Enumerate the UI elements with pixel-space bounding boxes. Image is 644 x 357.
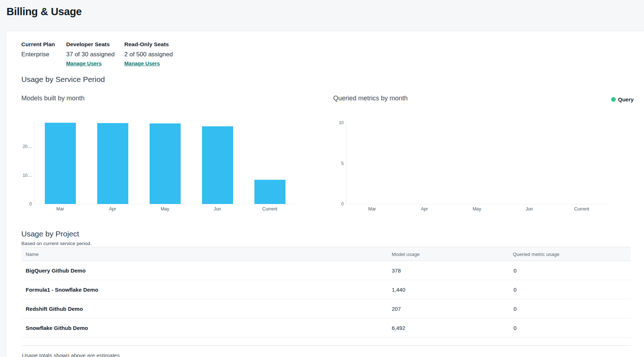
bar-current[interactable] bbox=[254, 180, 285, 204]
plan-column-label: Current Plan bbox=[21, 41, 66, 48]
project-name-cell: Snowflake Github Demo bbox=[26, 325, 88, 331]
query-legend-dot-icon bbox=[611, 97, 616, 102]
x-tick-label: Jun bbox=[513, 206, 546, 212]
x-tick-label: Apr bbox=[408, 206, 441, 212]
project-name-cell: Formula1 - Snowflake Demo bbox=[26, 287, 98, 293]
query-legend-label: Query bbox=[618, 96, 634, 103]
usage-by-project-table: Name Model usage Queried metric usage Bi… bbox=[21, 247, 631, 346]
plan-column-value: 2 of 500 assigned bbox=[124, 51, 173, 58]
bar-may[interactable] bbox=[150, 123, 181, 204]
column-header-name: Name bbox=[26, 252, 39, 257]
x-axis-line bbox=[34, 204, 296, 204]
bar-jun[interactable] bbox=[202, 126, 233, 204]
y-tick-label: 0 bbox=[323, 201, 344, 206]
y-tick-label: 10 bbox=[323, 120, 344, 125]
table-empty-row bbox=[21, 338, 631, 346]
usage-by-service-period-title: Usage by Service Period bbox=[21, 75, 105, 84]
y-axis-line bbox=[34, 123, 34, 204]
usage-footnote: Usage totals shown above are estimates bbox=[22, 352, 120, 357]
plan-column-label: Developer Seats bbox=[66, 41, 124, 48]
column-header-queried-metric-usage: Queried metric usage bbox=[513, 252, 559, 257]
x-tick-label: May bbox=[149, 206, 181, 212]
x-tick-label: Jun bbox=[201, 206, 234, 212]
queried-metric-usage-cell: 0 bbox=[514, 325, 516, 331]
plan-column-value: 37 of 30 assigned bbox=[66, 51, 124, 58]
x-tick-label: Apr bbox=[96, 206, 129, 212]
plan-column: Current PlanEnterprise bbox=[21, 41, 66, 67]
x-tick-label: Mar bbox=[356, 206, 388, 212]
y-tick-label: 10… bbox=[11, 173, 32, 178]
plan-column: Developer Seats37 of 30 assignedManage U… bbox=[66, 41, 124, 67]
table-row: Redshift Github Demo2070 bbox=[21, 299, 631, 318]
plan-column-value: Enterprise bbox=[21, 51, 66, 58]
project-name-cell: Redshift Github Demo bbox=[26, 306, 83, 312]
bar-mar[interactable] bbox=[45, 123, 76, 204]
x-tick-label: Current bbox=[566, 206, 598, 212]
manage-users-link[interactable]: Manage Users bbox=[66, 61, 102, 66]
billing-card: Current PlanEnterpriseDeveloper Seats37 … bbox=[6, 31, 644, 357]
column-header-model-usage: Model usage bbox=[392, 252, 420, 257]
table-header-row: Name Model usage Queried metric usage bbox=[21, 247, 631, 261]
plan-column-label: Read-Only Seats bbox=[124, 41, 173, 48]
y-axis-line bbox=[346, 123, 346, 204]
y-tick-label: 0 bbox=[11, 201, 32, 206]
model-usage-cell: 378 bbox=[392, 267, 401, 274]
bar-apr[interactable] bbox=[97, 123, 128, 204]
x-tick-label: May bbox=[461, 206, 493, 212]
models-built-chart-title: Models built by month bbox=[21, 95, 85, 102]
x-tick-label: Current bbox=[254, 206, 286, 212]
manage-users-link[interactable]: Manage Users bbox=[124, 61, 160, 66]
queried-metrics-chart-title: Queried metrics by month bbox=[333, 95, 408, 102]
queried-metric-usage-cell: 0 bbox=[514, 287, 516, 293]
table-row: Formula1 - Snowflake Demo1,4400 bbox=[21, 280, 631, 299]
model-usage-cell: 207 bbox=[392, 306, 401, 312]
queried-metric-usage-cell: 0 bbox=[514, 267, 516, 274]
queried-metric-usage-cell: 0 bbox=[514, 306, 516, 312]
table-row: Snowflake Github Demo6,4920 bbox=[21, 318, 631, 338]
x-tick-label: Mar bbox=[44, 206, 77, 212]
usage-by-project-title: Usage by Project bbox=[21, 230, 79, 238]
usage-table-subtitle: Based on current service period. bbox=[21, 241, 91, 246]
x-axis-line bbox=[346, 204, 608, 204]
project-name-cell: BigQuery Github Demo bbox=[26, 267, 86, 274]
model-usage-cell: 6,492 bbox=[392, 325, 405, 331]
y-tick-label: 20… bbox=[11, 144, 32, 149]
model-usage-cell: 1,440 bbox=[392, 287, 405, 293]
plan-column: Read-Only Seats2 of 500 assignedManage U… bbox=[124, 41, 173, 67]
page-title: Billing & Usage bbox=[7, 6, 82, 18]
chart-legend: Query bbox=[611, 96, 634, 103]
y-tick-label: 5 bbox=[323, 161, 344, 166]
table-row: BigQuery Github Demo3780 bbox=[21, 261, 631, 280]
plan-summary-row: Current PlanEnterpriseDeveloper Seats37 … bbox=[21, 41, 173, 67]
